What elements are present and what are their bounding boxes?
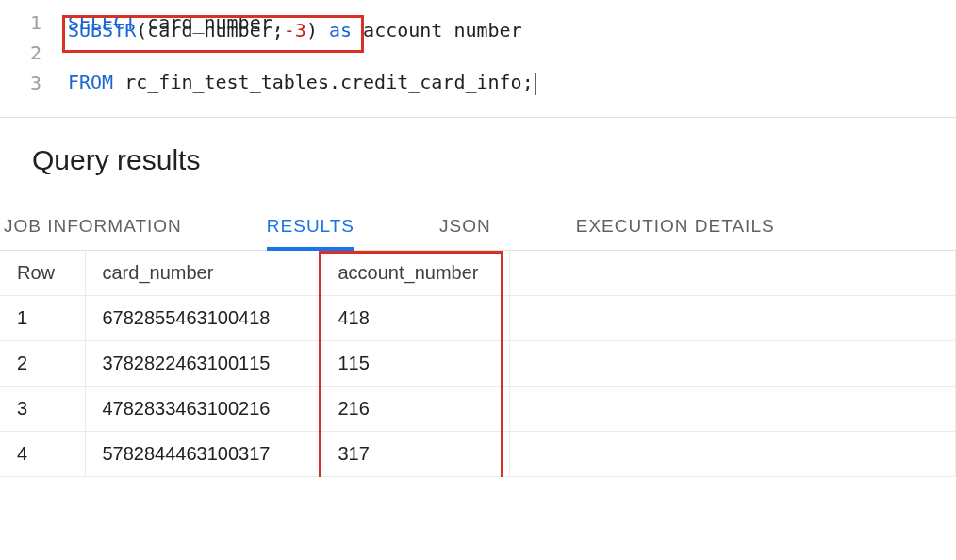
cell-account-number: 216: [321, 387, 509, 432]
cell-card-number: 5782844463100317: [85, 432, 321, 477]
results-title: Query results: [32, 144, 924, 176]
code-text: ): [306, 19, 329, 41]
cell-row: 2: [0, 341, 85, 387]
code-text: account_number: [352, 19, 522, 41]
results-table: Row card_number account_number 1 6782855…: [0, 251, 956, 477]
cell-account-number: 317: [321, 432, 509, 477]
code-text: (card_number,: [136, 19, 284, 41]
cell-row: 1: [0, 296, 85, 341]
results-tabs: JOB INFORMATION RESULTS JSON EXECUTION D…: [0, 203, 956, 251]
table-header-row: Row card_number account_number: [0, 251, 956, 296]
table-row: 1 6782855463100418 418: [0, 296, 956, 341]
keyword-as: as: [329, 19, 352, 41]
line-number: 3: [0, 72, 68, 94]
function-substr: SUBSTR: [68, 19, 136, 41]
code-text: rc_fin_test_tables.credit_card_info;: [113, 71, 534, 93]
results-table-container: Row card_number account_number 1 6782855…: [0, 251, 956, 477]
cell-empty: [509, 387, 956, 432]
sql-editor[interactable]: 1 SELECT card_number, 2 SUBSTR(card_numb…: [0, 0, 956, 118]
cell-card-number: 6782855463100418: [85, 296, 321, 341]
header-account-number: account_number: [321, 251, 509, 296]
tab-execution-details[interactable]: EXECUTION DETAILS: [576, 203, 775, 250]
number-literal: -3: [284, 19, 306, 41]
table-row: 3 4782833463100216 216: [0, 387, 956, 432]
line-number: 1: [0, 11, 68, 34]
cell-account-number: 115: [321, 341, 509, 387]
code-content: FROM rc_fin_test_tables.credit_card_info…: [68, 71, 536, 95]
table-row: 2 3782822463100115 115: [0, 341, 956, 387]
keyword-from: FROM: [68, 71, 113, 93]
tab-job-information[interactable]: JOB INFORMATION: [4, 203, 182, 250]
editor-line: 3 FROM rc_fin_test_tables.credit_card_in…: [0, 68, 956, 98]
cell-row: 4: [0, 432, 85, 477]
tab-results[interactable]: RESULTS: [267, 203, 354, 250]
header-empty: [509, 251, 956, 296]
cell-account-number: 418: [321, 296, 509, 341]
header-card-number: card_number: [85, 251, 321, 296]
results-section: Query results: [0, 118, 956, 176]
line-number: 2: [0, 41, 68, 64]
header-row: Row: [0, 251, 85, 296]
cell-row: 3: [0, 387, 85, 432]
cell-empty: [509, 432, 956, 477]
cell-card-number: 4782833463100216: [85, 387, 321, 432]
text-cursor: [535, 73, 536, 95]
cell-empty: [509, 341, 956, 387]
cell-card-number: 3782822463100115: [85, 341, 321, 387]
cell-empty: [509, 296, 956, 341]
tab-json[interactable]: JSON: [439, 203, 491, 250]
editor-line: 2 SUBSTR(card_number,-3) as account_numb…: [0, 38, 956, 68]
table-row: 4 5782844463100317 317: [0, 432, 956, 477]
